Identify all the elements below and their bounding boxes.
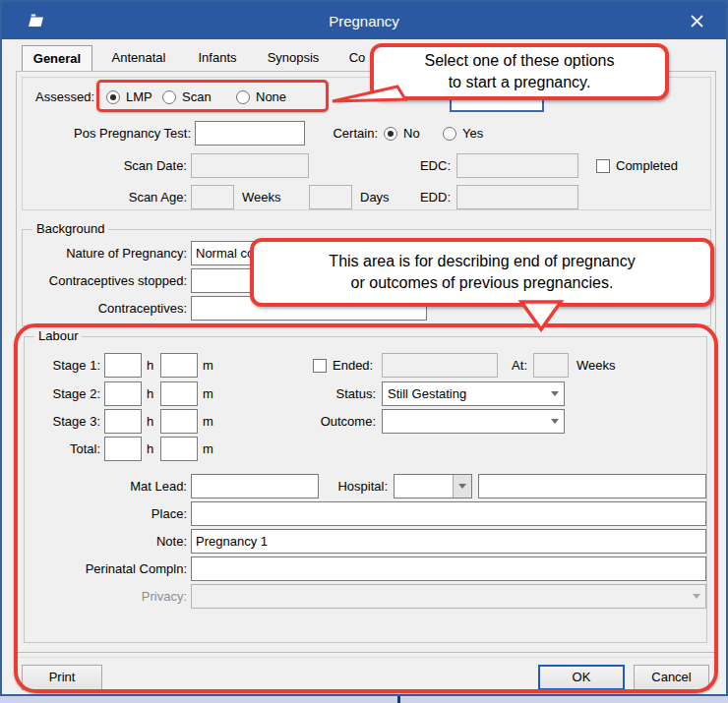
callout-text: This area is for describing end of pregn… (329, 251, 635, 272)
highlight-rect-labour-area (14, 323, 718, 693)
scan-date-label: Scan Date: (61, 153, 187, 178)
tab-label: Co (349, 50, 366, 65)
checkbox-icon[interactable] (596, 159, 610, 173)
callout-tail (317, 79, 415, 108)
tab-label: Synopsis (268, 50, 320, 65)
scan-date-field[interactable] (191, 153, 309, 178)
scan-age-weeks-field[interactable] (191, 185, 234, 209)
radio-certain-yes[interactable]: Yes (443, 121, 483, 146)
certain-label: Certain: (319, 121, 378, 146)
edc-field[interactable] (456, 153, 578, 178)
tab-antenatal[interactable]: Antenatal (100, 45, 177, 71)
tab-general[interactable]: General (22, 45, 92, 72)
edd-label: EDD: (413, 185, 451, 209)
close-icon[interactable] (685, 10, 708, 31)
contraceptives-label: Contraceptives: (22, 296, 187, 321)
edc-label: EDC: (413, 153, 451, 178)
callout-tail (504, 297, 582, 336)
contraceptives-stopped-label: Contraceptives stopped: (18, 268, 187, 293)
tab-infants[interactable]: Infants (187, 45, 248, 71)
background-group-title: Background (32, 221, 108, 236)
scan-age-label: Scan Age: (61, 185, 187, 209)
callout-text: to start a pregnancy. (449, 72, 591, 93)
radio-selected-icon[interactable] (384, 127, 397, 141)
completed-checkbox[interactable]: Completed (596, 153, 678, 178)
screen: Pregnancy General Antenatal Infants Syno… (0, 0, 728, 703)
pregnancy-dialog: Pregnancy General Antenatal Infants Syno… (0, 0, 728, 696)
radio-certain-no[interactable]: No (384, 121, 420, 146)
tab-partial[interactable]: Co (340, 45, 374, 71)
radio-unselected-icon[interactable] (443, 127, 456, 141)
edd-field[interactable] (456, 185, 578, 209)
radio-label: No (403, 126, 420, 141)
radio-label: Yes (462, 126, 483, 141)
checkbox-label: Completed (616, 158, 678, 173)
pos-pregnancy-test-field[interactable] (195, 121, 305, 146)
tab-synopsis[interactable]: Synopsis (258, 45, 329, 71)
tab-label: Infants (198, 50, 236, 65)
callout-text: Select one of these options (424, 50, 614, 72)
scan-age-days-field[interactable] (309, 185, 352, 209)
highlight-rect-assessed (96, 80, 329, 112)
window-title: Pregnancy (2, 13, 726, 29)
tab-label: General (33, 51, 81, 66)
callout-text: or outcomes of previous pregnancies. (351, 272, 614, 294)
callout-labour: This area is for describing end of pregn… (250, 238, 714, 307)
pos-pregnancy-test-label: Pos Pregnancy Test: (41, 121, 191, 146)
days-label: Days (360, 185, 401, 209)
weeks-label: Weeks (242, 185, 291, 209)
nature-of-pregnancy-label: Nature of Pregnancy: (22, 241, 187, 265)
assessed-label: Assessed: (20, 85, 94, 109)
title-bar[interactable]: Pregnancy (2, 2, 726, 39)
tab-label: Antenatal (112, 50, 166, 65)
